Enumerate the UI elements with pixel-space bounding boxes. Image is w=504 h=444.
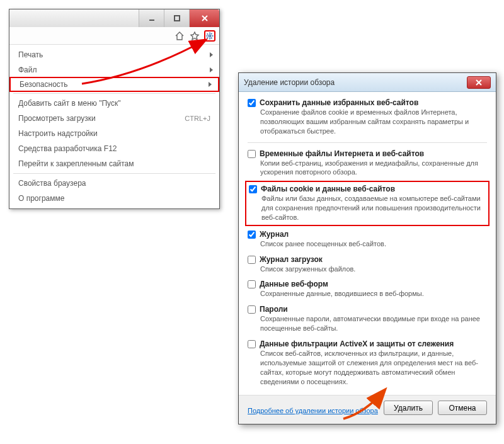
option-title: Сохранить данные избранных веб-сайтов: [260, 98, 418, 107]
option-passwords: Пароли Сохраненные пароли, автоматически…: [248, 305, 487, 333]
option-desc: Список веб-сайтов, исключенных из фильтр…: [260, 349, 487, 386]
option-title: Данные веб-форм: [260, 280, 328, 288]
menu-item-label: Средства разработчика F12: [18, 144, 210, 153]
option-desc: Список ранее посещенных веб-сайтов.: [260, 239, 487, 249]
menu-item-add-start[interactable]: Добавить сайт в меню "Пуск": [9, 96, 219, 111]
menu-item-label: Свойства браузера: [18, 179, 210, 188]
option-desc: Сохраненные пароли, автоматически вводим…: [260, 314, 487, 333]
option-title: Файлы cookie и данные веб-сайтов: [261, 185, 395, 193]
home-icon[interactable]: [174, 30, 185, 42]
gear-icon[interactable]: [204, 30, 215, 42]
menu-item-print[interactable]: Печать: [9, 47, 219, 62]
checkbox-activex-tracking[interactable]: [248, 340, 256, 348]
option-desc: Сохраненные данные, вводившиеся в веб-фо…: [260, 289, 487, 299]
option-desc: Файлы или базы данных, создаваемые на ко…: [261, 194, 486, 222]
dialog-body: Сохранить данные избранных веб-сайтов Со…: [239, 92, 496, 395]
option-form-data: Данные веб-форм Сохраненные данные, ввод…: [248, 280, 487, 299]
option-temp-files: Временные файлы Интернета и веб-сайтов К…: [248, 149, 487, 178]
option-title: Пароли: [260, 305, 288, 314]
menu-item-options[interactable]: Свойства браузера: [9, 176, 219, 191]
cancel-button[interactable]: Отмена: [438, 401, 487, 415]
option-title: Журнал загрузок: [260, 255, 323, 264]
menu-item-label: Просмотреть загрузки: [18, 114, 185, 123]
menu-item-addons[interactable]: Настроить надстройки: [9, 126, 219, 141]
dialog-footer: Подробнее об удалении истории обзора Уда…: [239, 395, 496, 424]
menu-item-label: Файл: [18, 65, 210, 74]
menu-item-label: Перейти к закрепленным сайтам: [18, 159, 210, 168]
menu-item-security[interactable]: Безопасность: [9, 77, 219, 92]
menu-item-label: Добавить сайт в меню "Пуск": [18, 99, 210, 108]
option-desc: Список загруженных файлов.: [260, 265, 487, 274]
menu-item-file[interactable]: Файл: [9, 62, 219, 77]
option-title: Данные фильтрации ActiveX и защиты от сл…: [260, 339, 454, 348]
menu-item-f12[interactable]: Средства разработчика F12: [9, 141, 219, 156]
checkbox-form-data[interactable]: [248, 280, 256, 288]
option-title: Журнал: [260, 230, 289, 239]
chevron-right-icon: [209, 82, 212, 87]
menu-item-downloads[interactable]: Просмотреть загрузки CTRL+J: [9, 111, 219, 126]
titlebar: [9, 9, 219, 27]
delete-button[interactable]: Удалить: [384, 401, 433, 415]
menu-item-label: Настроить надстройки: [18, 129, 210, 138]
option-title: Временные файлы Интернета и веб-сайтов: [260, 149, 424, 158]
checkbox-passwords[interactable]: [248, 305, 256, 314]
maximize-button[interactable]: [164, 9, 189, 27]
dialog-close-button[interactable]: [467, 76, 491, 89]
option-cookies: Файлы cookie и данные веб-сайтов Файлы и…: [245, 181, 490, 226]
option-download-history: Журнал загрузок Список загруженных файло…: [248, 255, 487, 274]
option-activex-tracking: Данные фильтрации ActiveX и защиты от сл…: [248, 339, 487, 386]
menu-item-label: О программе: [18, 194, 210, 203]
favorites-icon[interactable]: [189, 30, 200, 42]
checkbox-download-history[interactable]: [248, 256, 256, 264]
option-preserve-favorites: Сохранить данные избранных веб-сайтов Со…: [248, 98, 487, 136]
checkbox-preserve-favorites[interactable]: [248, 99, 256, 107]
dialog-title: Удаление истории обзора: [244, 78, 467, 87]
menu-separator: [13, 93, 215, 94]
chevron-right-icon: [210, 52, 213, 57]
option-history: Журнал Список ранее посещенных веб-сайто…: [248, 230, 487, 249]
browser-menu-window: Печать Файл Безопасность Добавить сайт в…: [9, 9, 220, 209]
learn-more-link[interactable]: Подробнее об удалении истории обзора: [248, 406, 384, 415]
menu-separator: [13, 173, 215, 174]
menu-shortcut: CTRL+J: [185, 115, 210, 122]
option-desc: Копии веб-страниц, изображения и медиафа…: [260, 159, 487, 178]
dialog-titlebar: Удаление истории обзора: [239, 73, 496, 92]
menu-item-label: Безопасность: [20, 80, 209, 89]
minimize-button[interactable]: [139, 9, 164, 27]
menu-body: Печать Файл Безопасность Добавить сайт в…: [9, 45, 219, 208]
toolbar: [9, 27, 219, 45]
menu-item-label: Печать: [18, 50, 210, 59]
option-desc: Сохранение файлов cookie и временных фай…: [260, 108, 487, 136]
checkbox-history[interactable]: [248, 231, 256, 239]
menu-item-about[interactable]: О программе: [9, 191, 219, 206]
chevron-right-icon: [210, 67, 213, 72]
menu-item-pinned[interactable]: Перейти к закрепленным сайтам: [9, 156, 219, 171]
checkbox-temp-files[interactable]: [248, 150, 256, 158]
close-button[interactable]: [189, 9, 219, 27]
delete-history-dialog: Удаление истории обзора Сохранить данные…: [238, 72, 496, 424]
separator: [248, 142, 487, 143]
checkbox-cookies[interactable]: [249, 185, 257, 193]
svg-rect-1: [175, 16, 180, 21]
